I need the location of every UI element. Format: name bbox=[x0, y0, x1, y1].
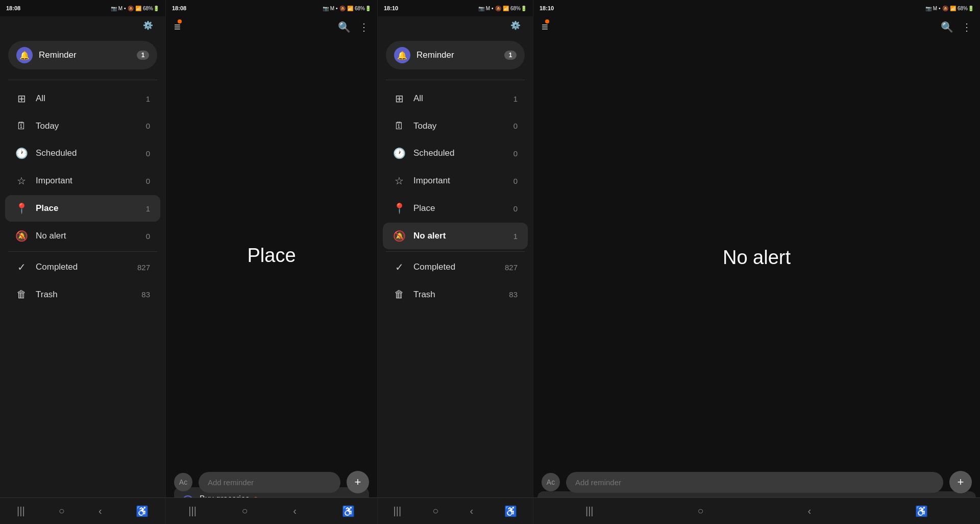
nav-count: 0 bbox=[146, 122, 150, 130]
status-icons-1: 📷 M • 🔕 📶 68%🔋 bbox=[111, 6, 159, 11]
nav-count: 827 bbox=[505, 263, 518, 272]
nav-label: No alert bbox=[413, 231, 446, 241]
nav-label: Scheduled bbox=[36, 148, 77, 158]
back-button-1[interactable]: ‹ bbox=[99, 505, 102, 517]
recents-button-4[interactable]: ||| bbox=[585, 505, 594, 517]
status-icons-4: 📷 M • 🔕 📶 68%🔋 bbox=[925, 6, 974, 11]
time-4: 18:10 bbox=[540, 5, 554, 11]
clock-icon-2: 🕐 bbox=[393, 147, 405, 159]
a11y-button-1[interactable]: ♿ bbox=[136, 505, 149, 517]
reminder-label-2: Reminder bbox=[416, 50, 454, 60]
reminder-pill-2[interactable]: 🔔 Reminder 1 bbox=[386, 41, 525, 69]
time-2: 18:08 bbox=[172, 5, 186, 11]
a11y-button-3[interactable]: ♿ bbox=[504, 505, 517, 517]
sidebar-item-scheduled-1[interactable]: 🕐 Scheduled 0 bbox=[5, 140, 160, 166]
sidebar-item-important-2[interactable]: ☆ Important 0 bbox=[383, 168, 528, 194]
more-icon-1[interactable]: ⋮ bbox=[359, 21, 369, 33]
nav-label: Place bbox=[413, 203, 435, 213]
more-icon-2[interactable]: ⋮ bbox=[962, 21, 972, 33]
main-title-1: Place bbox=[166, 38, 377, 483]
status-icons-3: 📷 M • 🔕 📶 68%🔋 bbox=[478, 6, 527, 11]
nav-count: 83 bbox=[509, 290, 518, 299]
a11y-button-2[interactable]: ♿ bbox=[342, 505, 355, 517]
divider-top-1 bbox=[8, 80, 157, 80]
back-button-3[interactable]: ‹ bbox=[470, 505, 474, 517]
nav-label: Place bbox=[36, 203, 58, 213]
nav-count: 0 bbox=[146, 232, 150, 241]
nav-label: Important bbox=[413, 176, 450, 186]
sidebar-item-today-2[interactable]: 🗓 Today 0 bbox=[383, 113, 528, 139]
panel-header-1: ⚙️ bbox=[0, 16, 165, 39]
nav-count: 0 bbox=[513, 122, 518, 130]
orange-dot-hamburger-2 bbox=[545, 19, 549, 23]
status-bar-1: 18:08 📷 M • 🔕 📶 68%🔋 bbox=[0, 0, 165, 16]
nav-count: 0 bbox=[146, 149, 150, 158]
nav-list-1: ⊞ All 1 🗓 Today 0 🕐 Scheduled 0 ☆ Import… bbox=[0, 82, 165, 497]
nav-count: 0 bbox=[513, 204, 518, 213]
sidebar-item-place-1[interactable]: 📍 Place 1 bbox=[5, 195, 160, 222]
fab-button-1[interactable]: + bbox=[347, 471, 369, 493]
sidebar-item-completed-2[interactable]: ✓ Completed 827 bbox=[383, 254, 528, 280]
home-button-1[interactable]: ○ bbox=[59, 505, 65, 517]
nav-label: Completed bbox=[36, 262, 78, 272]
add-reminder-input-2[interactable] bbox=[566, 472, 943, 493]
sidebar-item-noalert-2[interactable]: 🔕 No alert 1 bbox=[383, 223, 528, 249]
divider-mid-2 bbox=[386, 251, 525, 252]
gear-icon-1[interactable]: ⚙️ bbox=[143, 20, 157, 35]
search-icon-2[interactable]: 🔍 bbox=[941, 21, 953, 33]
home-button-2[interactable]: ○ bbox=[242, 505, 248, 517]
recents-button-3[interactable]: ||| bbox=[394, 505, 402, 517]
nav-label: Today bbox=[413, 121, 436, 131]
avatar-2: Ac bbox=[542, 473, 560, 491]
sidebar-item-trash-1[interactable]: 🗑 Trash 83 bbox=[5, 281, 160, 307]
nav-count: 1 bbox=[513, 232, 518, 241]
main-topbar-1: ≡ 🔍 ⋮ bbox=[166, 16, 377, 38]
sidebar-item-completed-1[interactable]: ✓ Completed 827 bbox=[5, 254, 160, 280]
recents-button-2[interactable]: ||| bbox=[188, 505, 197, 517]
recents-button-1[interactable]: ||| bbox=[17, 505, 25, 517]
nav-label: Trash bbox=[36, 290, 58, 300]
main-topbar-2: ≡ 🔍 ⋮ bbox=[533, 16, 980, 38]
add-reminder-input-1[interactable] bbox=[199, 472, 340, 493]
time-3: 18:10 bbox=[384, 5, 398, 11]
nav-count: 0 bbox=[146, 177, 150, 185]
bell-icon-1: 🔔 bbox=[16, 47, 33, 63]
sidebar-item-all-1[interactable]: ⊞ All 1 bbox=[5, 85, 160, 112]
gear-icon-2[interactable]: ⚙️ bbox=[510, 20, 525, 35]
bottom-nav-2: ||| ○ ‹ ♿ bbox=[166, 497, 377, 524]
a11y-button-4[interactable]: ♿ bbox=[915, 505, 928, 517]
status-icons-2: 📷 M • 🔕 📶 68%🔋 bbox=[323, 6, 371, 11]
pin-icon-2: 📍 bbox=[393, 202, 405, 215]
back-button-2[interactable]: ‹ bbox=[293, 505, 297, 517]
sidebar-item-today-1[interactable]: 🗓 Today 0 bbox=[5, 113, 160, 139]
sidebar-item-trash-2[interactable]: 🗑 Trash 83 bbox=[383, 281, 528, 307]
sidebar-item-noalert-1[interactable]: 🔕 No alert 0 bbox=[5, 223, 160, 249]
sidebar-item-important-1[interactable]: ☆ Important 0 bbox=[5, 168, 160, 194]
sidebar-panel-1: 18:08 📷 M • 🔕 📶 68%🔋 ⚙️ 🔔 Reminder 1 ⊞ A… bbox=[0, 0, 166, 524]
hamburger-wrapper-1: ≡ bbox=[174, 20, 181, 34]
divider-mid-1 bbox=[8, 251, 157, 252]
sidebar-panel-2: 18:10 📷 M • 🔕 📶 68%🔋 ⚙️ 🔔 Reminder 1 ⊞ A… bbox=[378, 0, 533, 524]
nav-count: 1 bbox=[513, 94, 518, 103]
search-icon-1[interactable]: 🔍 bbox=[338, 21, 351, 33]
home-button-3[interactable]: ○ bbox=[432, 505, 438, 517]
nav-label: Completed bbox=[413, 262, 455, 272]
time-1: 18:08 bbox=[6, 5, 20, 11]
back-button-4[interactable]: ‹ bbox=[807, 505, 811, 517]
bell-off-icon-2: 🔕 bbox=[393, 230, 405, 242]
sidebar-item-place-2[interactable]: 📍 Place 0 bbox=[383, 195, 528, 222]
orange-dot-hamburger-1 bbox=[178, 19, 182, 23]
star-icon-2: ☆ bbox=[393, 175, 405, 187]
avatar-1: Ac bbox=[174, 473, 192, 491]
home-button-4[interactable]: ○ bbox=[697, 505, 703, 517]
sidebar-item-all-2[interactable]: ⊞ All 1 bbox=[383, 85, 528, 112]
nav-list-2: ⊞ All 1 🗓 Today 0 🕐 Scheduled 0 ☆ Import… bbox=[378, 82, 533, 497]
fab-button-2[interactable]: + bbox=[949, 471, 972, 493]
place-title: Place bbox=[247, 245, 296, 267]
reminder-pill-1[interactable]: 🔔 Reminder 1 bbox=[8, 41, 157, 69]
panel-header-2: ⚙️ bbox=[378, 16, 533, 39]
bell-icon-2: 🔔 bbox=[394, 47, 410, 63]
main-title-2: No alert bbox=[533, 38, 980, 487]
bottom-nav-3: ||| ○ ‹ ♿ bbox=[378, 497, 533, 524]
sidebar-item-scheduled-2[interactable]: 🕐 Scheduled 0 bbox=[383, 140, 528, 166]
